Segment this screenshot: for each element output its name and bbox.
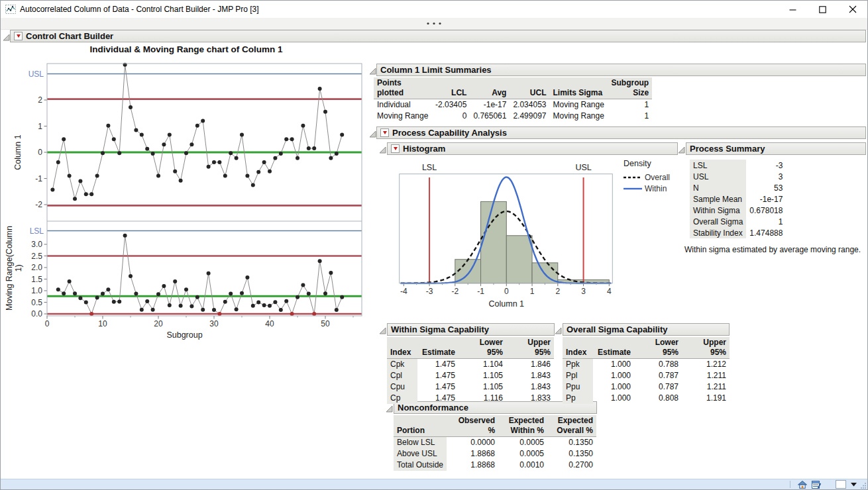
- limit-summaries-table: Points plottedLCLAvgUCLLimits SigmaSubgr…: [374, 77, 652, 122]
- data-point: [290, 137, 294, 141]
- cell: Overall Sigma: [690, 216, 746, 227]
- data-point: [323, 291, 327, 295]
- cell: Sample Mean: [690, 193, 746, 205]
- outline-header-overall-sigma[interactable]: Overall Sigma Capability: [563, 323, 730, 336]
- cell: N: [690, 182, 746, 193]
- cell: 1.105: [459, 381, 506, 393]
- toolbar-overflow-icon[interactable]: [426, 22, 442, 25]
- data-point: [217, 160, 221, 164]
- individual-series-line: [52, 65, 342, 199]
- within-sigma-note: Within sigma estimated by average moving…: [684, 245, 861, 254]
- outline-title: Overall Sigma Capability: [567, 324, 667, 334]
- outline-header-process-capability[interactable]: Process Capability Analysis: [376, 126, 866, 139]
- home-icon[interactable]: [798, 481, 807, 489]
- cell: -2.03405: [432, 99, 470, 111]
- close-button[interactable]: [838, 1, 867, 18]
- data-point: [50, 187, 54, 191]
- data-point: [151, 308, 155, 312]
- capability-histogram-chart[interactable]: LSLUSL-4-3-2-101234Column 1DensityOveral…: [368, 140, 677, 318]
- minimize-button[interactable]: [778, 1, 808, 18]
- outline-header-within-sigma[interactable]: Within Sigma Capability: [387, 323, 555, 336]
- data-point: [207, 271, 211, 275]
- data-point: [84, 192, 88, 196]
- jmp-window: Autocorrelated Column of Data - Control …: [0, 0, 868, 490]
- data-point: [112, 300, 116, 304]
- y-axis-title: 1): [14, 264, 23, 271]
- cell: 1: [608, 111, 653, 122]
- cell: 1.116: [459, 393, 506, 404]
- table-row: Ppk1.0000.7881.212: [563, 359, 730, 370]
- y-tick-label: 3.0: [31, 240, 42, 249]
- data-point: [307, 292, 311, 296]
- data-point: [78, 179, 82, 183]
- data-point: [56, 160, 60, 164]
- cell: 1: [746, 216, 786, 227]
- outline-header-limit-summaries[interactable]: Column 1 Limit Summaries: [376, 64, 866, 76]
- y-tick-label: 0.5: [31, 298, 42, 307]
- cell: -3: [746, 160, 786, 171]
- data-point: [335, 308, 339, 312]
- data-point: [129, 274, 133, 278]
- y-tick-label: 1.0: [31, 286, 42, 295]
- cell: 0.765061: [470, 111, 510, 122]
- window-list-icon[interactable]: [812, 481, 821, 489]
- outline-header-control-chart-builder[interactable]: Control Chart Builder: [10, 30, 866, 42]
- column-header: Points plotted: [374, 77, 432, 99]
- data-point: [117, 299, 121, 303]
- y-tick-label: -2: [35, 200, 42, 209]
- cell: 0.678018: [746, 205, 786, 216]
- cell: 0.2700: [547, 460, 596, 471]
- data-point: [312, 146, 316, 150]
- data-point: [323, 110, 327, 114]
- data-point: [68, 174, 72, 178]
- x-axis-title: Column 1: [489, 299, 525, 309]
- table-row: Above USL1.88680.00050.1350: [394, 448, 596, 460]
- cell: 1.475: [417, 370, 459, 381]
- dropdown-arrow-icon[interactable]: [851, 483, 857, 487]
- cell: USL: [690, 171, 746, 182]
- empty-box-icon[interactable]: [836, 480, 846, 489]
- data-point: [229, 292, 233, 296]
- data-point: [273, 156, 277, 160]
- data-point: [134, 128, 138, 132]
- cell: 53: [746, 182, 786, 193]
- column-header: Portion: [394, 415, 447, 437]
- cell: Cpk: [387, 359, 417, 370]
- disclosure-triangle-icon[interactable]: [555, 325, 562, 332]
- disclosure-triangle-icon[interactable]: [3, 32, 10, 39]
- cell: Total Outside: [394, 460, 447, 471]
- imr-control-chart[interactable]: USLLSL210-1-2Column 13.02.52.01.51.00.50…: [1, 59, 372, 354]
- data-point: [262, 303, 266, 307]
- red-triangle-menu-icon[interactable]: [14, 32, 23, 40]
- legend-title: Density: [624, 159, 651, 168]
- column-header: Upper 95%: [506, 337, 554, 359]
- maximize-button[interactable]: [808, 1, 838, 18]
- table-row: Stability Index1.474888: [690, 227, 786, 238]
- table-row: Sample Mean-1e-17: [690, 193, 786, 205]
- data-point: [301, 283, 305, 287]
- data-point: [156, 174, 160, 178]
- nonconformance-table: PortionObserved %Expected Within %Expect…: [394, 415, 596, 471]
- cell: Ppk: [563, 359, 593, 370]
- cell: LSL: [690, 160, 746, 171]
- y-axis-title: Moving Range(Column: [5, 226, 14, 311]
- red-triangle-menu-icon[interactable]: [380, 128, 389, 137]
- resize-grip[interactable]: [860, 482, 867, 489]
- table-row: Ppu1.0000.7871.211: [563, 381, 730, 393]
- data-point: [268, 170, 272, 173]
- outline-header-process-summary[interactable]: Process Summary: [686, 142, 866, 155]
- disclosure-triangle-icon[interactable]: [386, 403, 393, 411]
- data-point: [101, 151, 105, 155]
- data-point: [190, 304, 193, 308]
- disclosure-triangle-icon[interactable]: [379, 325, 386, 332]
- y-axis-title: Column 1: [13, 134, 23, 170]
- process-summary-table: LSL-3USL3N53Sample Mean-1e-17Within Sigm…: [690, 160, 786, 238]
- disclosure-triangle-icon[interactable]: [678, 144, 685, 152]
- y-tick-label: 2.0: [31, 263, 42, 272]
- within-sigma-capability-table: IndexEstimateLower 95%Upper 95%Cpk1.4751…: [387, 337, 554, 404]
- data-point: [73, 197, 77, 201]
- data-point: [296, 295, 299, 299]
- table-header-row: PortionObserved %Expected Within %Expect…: [394, 415, 596, 437]
- cell: Cp: [387, 393, 417, 404]
- x-tick-label: 40: [265, 319, 274, 328]
